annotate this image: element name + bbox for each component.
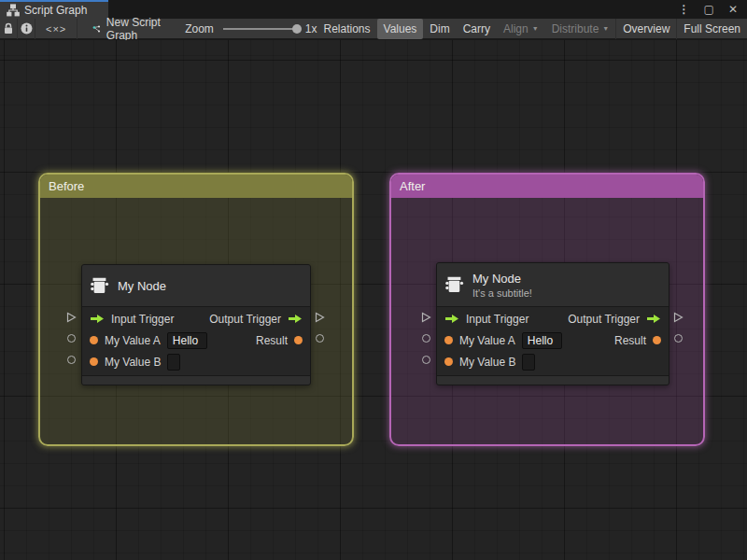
external-value-port[interactable] (422, 334, 430, 343)
info-icon (21, 22, 33, 35)
graph-toolbar: <×> New Script Graph Zoom 1x Relations V… (0, 19, 747, 39)
trigger-row: Input Trigger Output Trigger (82, 308, 310, 329)
trigger-output-port[interactable] (288, 314, 303, 324)
port-label: My Value B (105, 356, 161, 369)
external-trigger-port[interactable] (315, 312, 325, 323)
dim-button[interactable]: Dim (423, 19, 456, 39)
port-label: Output Trigger (568, 313, 640, 326)
group-before-header[interactable]: Before (40, 175, 352, 198)
value-output-port[interactable] (294, 336, 303, 344)
port-label: Input Trigger (466, 313, 529, 326)
align-label: Align (503, 22, 529, 35)
group-after-label: After (400, 179, 425, 193)
trigger-output-port[interactable] (646, 314, 661, 324)
graph-canvas[interactable]: Before After (0, 40, 747, 560)
trigger-row: Input Trigger Output Trigger (437, 308, 669, 329)
align-dropdown[interactable]: Align ▼ (497, 19, 545, 39)
carry-button[interactable]: Carry (457, 19, 497, 39)
toolbar-right-buttons: Relations Values Dim Carry Align ▼ Distr… (317, 19, 747, 39)
value-row-b: My Value B (437, 351, 669, 372)
value-row-a: My Value A Result (82, 329, 310, 351)
external-trigger-port[interactable] (673, 312, 684, 323)
node-after-area: My Node It's a subtitle! Input Trigger O… (416, 262, 692, 387)
external-value-port[interactable] (422, 356, 430, 364)
unit-node-icon (444, 274, 465, 295)
relations-button[interactable]: Relations (317, 19, 377, 39)
window-controls: ⋮ ▢ ✕ (679, 0, 747, 19)
node-after-header[interactable]: My Node It's a subtitle! (437, 263, 669, 307)
distribute-label: Distribute (552, 22, 599, 35)
script-graph-icon (92, 22, 101, 35)
value-row-b: My Value B (82, 351, 310, 372)
unit-node-icon (90, 275, 110, 296)
port-label: Input Trigger (111, 313, 174, 326)
node-footer (82, 375, 310, 385)
overview-button[interactable]: Overview (616, 19, 676, 39)
node-subtitle: It's a subtitle! (472, 287, 532, 299)
external-value-port[interactable] (67, 356, 76, 364)
node-footer (437, 375, 669, 385)
port-label: Result (256, 334, 288, 347)
tab-title: Script Graph (24, 4, 87, 17)
window-menu-icon[interactable]: ⋮ (679, 4, 690, 15)
node-after[interactable]: My Node It's a subtitle! Input Trigger O… (436, 262, 669, 385)
node-before-area: My Node Input Trigger Output Trigger (61, 264, 333, 387)
code-view-button[interactable]: <×> (35, 19, 77, 39)
external-value-port[interactable] (316, 334, 324, 343)
value-input-port[interactable] (444, 336, 453, 344)
group-after-header[interactable]: After (391, 175, 703, 198)
value-input-port[interactable] (444, 357, 453, 366)
hierarchy-icon (7, 4, 20, 17)
values-button[interactable]: Values (377, 19, 424, 39)
lock-icon (3, 22, 14, 35)
chevron-down-icon: ▼ (532, 25, 539, 32)
full-screen-button[interactable]: Full Screen (677, 19, 747, 39)
node-before[interactable]: My Node Input Trigger Output Trigger (81, 264, 311, 385)
script-graph-window: Script Graph ⋮ ▢ ✕ <×> (0, 0, 747, 560)
external-trigger-port[interactable] (421, 312, 431, 323)
port-label: Result (614, 334, 646, 347)
trigger-input-port[interactable] (444, 314, 459, 324)
external-value-port[interactable] (674, 334, 683, 343)
close-icon[interactable]: ✕ (728, 4, 738, 15)
port-label: My Value A (459, 334, 515, 347)
value-a-field[interactable] (522, 332, 562, 349)
code-view-icon: <×> (46, 23, 66, 35)
graph-reference-breadcrumb[interactable]: New Script Graph (92, 16, 162, 42)
graph-name-label: New Script Graph (106, 16, 162, 42)
node-before-header[interactable]: My Node (82, 265, 310, 307)
toolbar-separator (77, 19, 78, 39)
maximize-icon[interactable]: ▢ (704, 4, 714, 15)
node-before-ports: Input Trigger Output Trigger My Value A … (82, 307, 310, 372)
zoom-control: Zoom 1x (185, 22, 317, 35)
distribute-dropdown[interactable]: Distribute ▼ (545, 19, 616, 39)
group-before-label: Before (49, 179, 84, 193)
value-input-port[interactable] (90, 357, 98, 366)
value-b-field[interactable] (167, 354, 180, 371)
node-title: My Node (118, 279, 166, 293)
zoom-label: Zoom (185, 22, 214, 35)
chevron-down-icon: ▼ (602, 25, 609, 32)
node-title: My Node (472, 272, 532, 286)
port-label: My Value A (105, 334, 161, 347)
trigger-input-port[interactable] (90, 314, 105, 324)
zoom-slider[interactable] (223, 28, 298, 30)
zoom-value: 1x (305, 22, 317, 35)
external-trigger-port[interactable] (66, 312, 77, 323)
info-button[interactable] (18, 19, 35, 39)
value-row-a: My Value A Result (437, 329, 669, 351)
value-b-field[interactable] (522, 354, 535, 371)
port-label: Output Trigger (209, 313, 281, 326)
zoom-slider-handle[interactable] (292, 24, 302, 34)
value-a-field[interactable] (167, 332, 207, 349)
value-input-port[interactable] (90, 336, 98, 344)
lock-button[interactable] (0, 19, 17, 39)
port-label: My Value B (459, 356, 515, 369)
node-after-ports: Input Trigger Output Trigger My Value A … (437, 307, 669, 372)
external-value-port[interactable] (67, 334, 76, 343)
value-output-port[interactable] (653, 336, 661, 344)
